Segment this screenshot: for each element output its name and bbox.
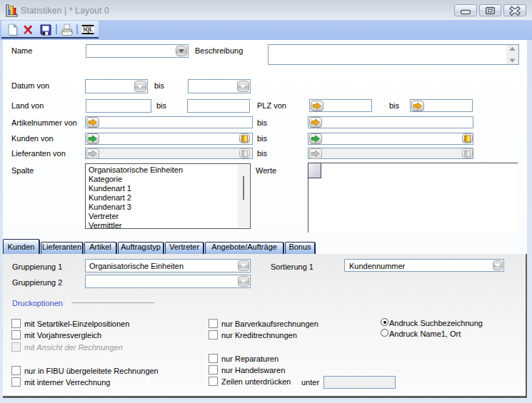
svg-text:SQL: SQL (83, 26, 93, 33)
